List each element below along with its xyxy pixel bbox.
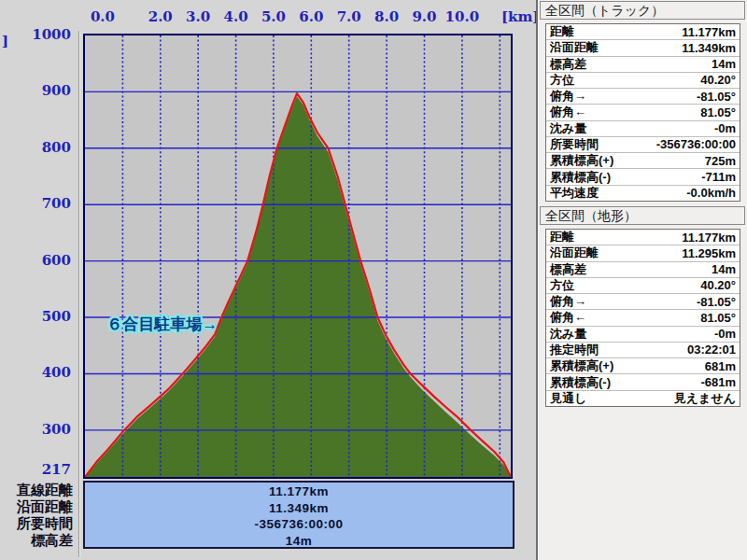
stat-label: 距離 (546, 24, 574, 40)
x-axis-tick-label: 2.0 (140, 9, 181, 25)
stat-label: 沿面距離 (546, 40, 599, 56)
stat-row: 見通し見えません (546, 391, 740, 406)
stat-label: 方位 (546, 278, 574, 294)
x-axis-tick-label: 0.0 (82, 9, 123, 25)
stat-label: 俯角← (546, 310, 586, 326)
stat-row: 俯角→-81.05° (546, 294, 740, 310)
summary-label: 沿面距離 (0, 498, 73, 515)
y-axis-tick-label: 600 (15, 253, 71, 269)
panel-title-track: 全区間（トラック） (540, 1, 745, 20)
stat-label: 累積標高(+) (546, 358, 613, 374)
stat-row: 沿面距離11.349km (546, 40, 740, 56)
stat-row: 累積標高(+)725m (546, 153, 740, 169)
stat-row: 平均速度-0.0km/h (546, 186, 740, 201)
y-axis-tick-label: 500 (15, 309, 71, 325)
stat-row: 累積標高(+)681m (546, 358, 740, 374)
x-axis-tick-label: 7.0 (329, 9, 370, 25)
stat-row: 標高差14m (546, 262, 740, 278)
stat-value: 81.05° (700, 105, 740, 119)
stat-row: 沈み量-0m (546, 327, 740, 343)
stat-label: 距離 (546, 230, 574, 245)
stat-label: 沿面距離 (546, 245, 599, 261)
y-axis-tick-label: 800 (15, 140, 71, 156)
x-axis-tick-label: 5.0 (253, 9, 294, 25)
stat-value: 40.20° (700, 73, 740, 87)
stat-value: -356736:00:00 (656, 137, 740, 151)
x-axis-tick-label: 10.0 (442, 9, 483, 25)
summary-value: -356736:00:00 (85, 516, 513, 533)
stat-value: 03:22:01 (687, 343, 740, 357)
stat-value: 見えません (674, 391, 740, 406)
stat-row: 方位40.20° (546, 73, 740, 89)
stat-value: 81.05° (700, 311, 740, 325)
stat-value: -0.0km/h (686, 186, 740, 200)
stat-row: 累積標高(-)-711m (546, 169, 740, 185)
stat-label: 累積標高(-) (546, 374, 611, 390)
stat-row: 推定時間03:22:01 (546, 343, 740, 358)
y-axis-tick-label: 300 (15, 422, 71, 438)
stat-row: 俯角→-81.05° (546, 89, 740, 105)
stat-value: -81.05° (697, 295, 740, 309)
stat-value: 14m (712, 57, 740, 71)
stat-label: 方位 (546, 73, 574, 89)
stat-row: 沈み量-0m (546, 121, 740, 137)
stat-value: 14m (712, 262, 740, 276)
stat-label: 所要時間 (546, 137, 599, 153)
pane-groove-light (79, 31, 80, 557)
summary-label: 直線距離 (0, 482, 73, 498)
stat-row: 累積標高(-)-681m (546, 374, 740, 390)
stat-value: -0m (714, 327, 740, 341)
elevation-plot-svg (85, 35, 511, 477)
stat-value: 11.349km (682, 41, 740, 55)
stat-label: 沈み量 (546, 121, 586, 137)
stat-label: 累積標高(-) (546, 169, 611, 185)
x-axis-tick-label: 4.0 (216, 9, 257, 25)
waypoint-annotation: ６合目駐車場→ (106, 315, 218, 334)
stat-label: 沈み量 (546, 327, 586, 343)
stats-table-track: 距離11.177km沿面距離11.349km標高差14m方位40.20°俯角→-… (545, 23, 740, 202)
x-axis-tick-label: 9.0 (404, 9, 445, 25)
stat-value: 11.295km (682, 246, 740, 260)
stat-row: 俯角←81.05° (546, 105, 740, 120)
summary-value: 11.177km (85, 483, 513, 500)
stat-value: -711m (701, 170, 740, 184)
elevation-chart-region: ] [km] 0.02.03.04.05.06.07.08.09.010.0 1… (0, 0, 537, 560)
stat-value: -81.05° (697, 90, 740, 104)
stat-label: 俯角→ (546, 89, 586, 105)
y-axis-tick-label: 217 (15, 462, 71, 478)
stat-row: 方位40.20° (546, 278, 740, 294)
stats-pane: 全区間（トラック） 距離11.177km沿面距離11.349km標高差14m方位… (539, 0, 747, 560)
stat-row: 距離11.177km (546, 230, 740, 245)
stat-value: 681m (705, 359, 740, 373)
y-axis-tick-label: 700 (15, 196, 71, 212)
terrain-area (85, 96, 511, 477)
elevation-plot-canvas[interactable]: ６合目駐車場→ (83, 34, 513, 479)
stat-label: 俯角← (546, 105, 586, 120)
y-axis-tick-label: 400 (15, 365, 71, 381)
stat-value: -681m (700, 375, 740, 389)
gps-profile-window: ] [km] 0.02.03.04.05.06.07.08.09.010.0 1… (0, 0, 747, 560)
y-axis-unit-clipped: ] (2, 34, 8, 49)
stat-value: -0m (714, 121, 740, 135)
summary-value: 11.349km (85, 500, 513, 517)
summary-label: 標高差 (0, 532, 73, 549)
x-axis-tick-label: 6.0 (290, 9, 331, 25)
stat-row: 距離11.177km (546, 24, 740, 40)
y-axis-tick-label: 900 (15, 83, 71, 99)
x-axis-unit-label: [km] (501, 9, 539, 25)
stat-row: 沿面距離11.295km (546, 245, 740, 261)
x-axis-tick-label: 8.0 (366, 9, 407, 25)
summary-box: 11.177km11.349km-356736:00:0014m (83, 481, 514, 549)
summary-label: 所要時間 (0, 515, 73, 532)
stat-label: 推定時間 (546, 343, 599, 358)
stat-label: 累積標高(+) (546, 153, 613, 169)
stat-row: 俯角←81.05° (546, 310, 740, 326)
stat-row: 標高差14m (546, 57, 740, 73)
summary-value: 14m (85, 533, 513, 550)
stat-value: 11.177km (682, 231, 740, 245)
stat-row: 所要時間-356736:00:00 (546, 137, 740, 153)
x-axis-tick-label: 3.0 (177, 9, 218, 25)
stat-label: 標高差 (546, 57, 586, 73)
stat-value: 40.20° (700, 278, 740, 292)
stat-label: 標高差 (546, 262, 586, 278)
